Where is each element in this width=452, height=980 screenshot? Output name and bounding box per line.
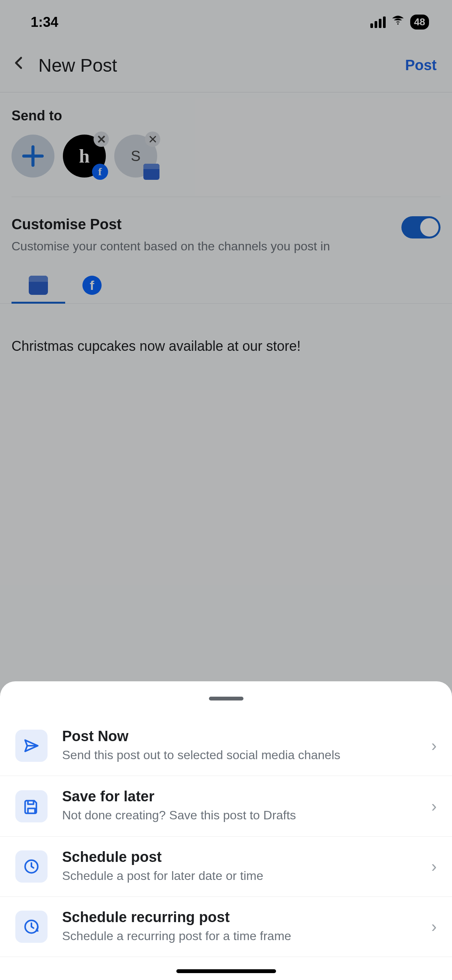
option-schedule-recurring[interactable]: Schedule recurring post Schedule a recur… (0, 897, 452, 957)
home-indicator[interactable] (176, 969, 276, 973)
option-description: Schedule a recurring post for a time fra… (62, 928, 417, 944)
option-description: Not done creating? Save this post to Dra… (62, 807, 417, 824)
option-title: Schedule post (62, 849, 417, 865)
clock-refresh-icon (15, 911, 48, 943)
chevron-right-icon: › (431, 857, 437, 876)
option-title: Save for later (62, 788, 417, 805)
option-description: Schedule a post for later date or time (62, 868, 417, 884)
option-save-later[interactable]: Save for later Not done creating? Save t… (0, 776, 452, 836)
send-icon (15, 730, 48, 762)
option-post-now[interactable]: Post Now Send this post out to selected … (0, 716, 452, 776)
sheet-grabber[interactable] (209, 697, 243, 700)
chevron-right-icon: › (431, 737, 437, 755)
save-icon (15, 790, 48, 822)
option-title: Schedule recurring post (62, 909, 417, 926)
post-options-sheet: Post Now Send this post out to selected … (0, 681, 452, 980)
chevron-right-icon: › (431, 797, 437, 816)
option-description: Send this post out to selected social me… (62, 747, 417, 763)
clock-icon (15, 850, 48, 883)
option-title: Post Now (62, 728, 417, 745)
option-schedule[interactable]: Schedule post Schedule a post for later … (0, 837, 452, 897)
chevron-right-icon: › (431, 918, 437, 936)
